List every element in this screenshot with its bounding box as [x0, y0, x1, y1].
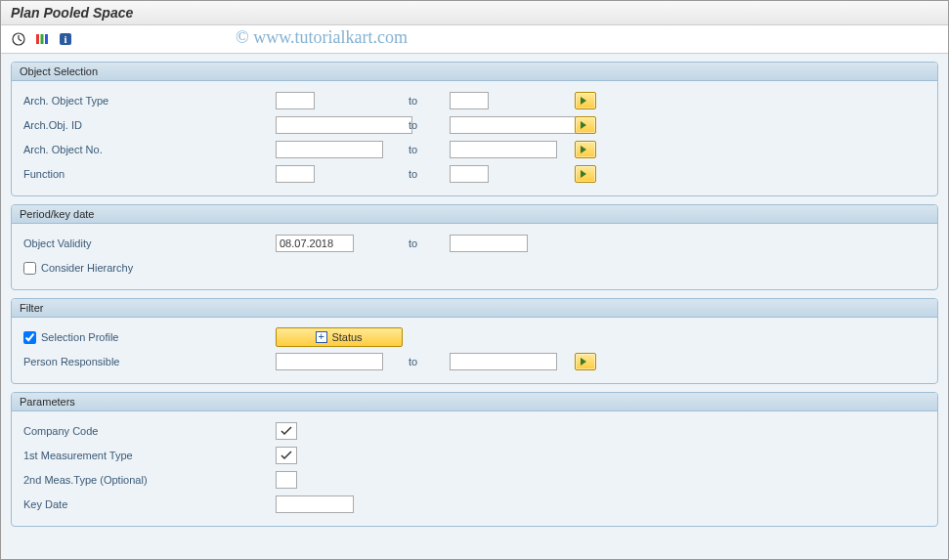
panel-header-period: Period/key date [12, 205, 937, 224]
panel-filter: Filter Selection Profile Status Person R… [11, 298, 938, 384]
row-selection-profile: Selection Profile Status [22, 326, 927, 348]
panel-period: Period/key date Object Validity to Consi… [11, 204, 938, 290]
function-to[interactable] [450, 165, 489, 183]
status-button-label: Status [331, 331, 362, 343]
row-person-responsible: Person Responsible to [22, 351, 927, 372]
execute-icon[interactable] [9, 29, 28, 49]
row-company-code: Company Code [22, 420, 927, 442]
label-key-date: Key Date [22, 498, 276, 510]
svg-text:i: i [64, 33, 66, 45]
row-first-meas-type: 1st Measurement Type [22, 445, 927, 466]
consider-hierarchy-checkbox[interactable] [23, 262, 36, 275]
to-label: to [391, 144, 450, 155]
label-arch-object-no: Arch. Object No. [22, 144, 276, 155]
variants-icon[interactable] [32, 29, 52, 49]
multi-select-arch-object-type[interactable] [575, 92, 596, 109]
selection-profile-text: Selection Profile [41, 331, 119, 343]
label-second-meas-type: 2nd Meas.Type (Optional) [22, 474, 276, 486]
label-selection-profile[interactable]: Selection Profile [22, 331, 276, 344]
selection-profile-checkbox[interactable] [23, 331, 36, 344]
label-arch-obj-id: Arch.Obj. ID [22, 119, 276, 131]
second-meas-type-field[interactable] [276, 471, 297, 489]
to-label: to [391, 237, 450, 249]
multi-select-arch-object-no[interactable] [575, 141, 596, 158]
multi-select-person-responsible[interactable] [575, 353, 596, 370]
expand-icon [316, 331, 327, 343]
row-second-meas-type: 2nd Meas.Type (Optional) [22, 469, 927, 491]
first-meas-type-checkfield[interactable] [276, 447, 297, 464]
row-arch-object-no: Arch. Object No. to [22, 139, 927, 160]
checkmark-icon [280, 450, 292, 461]
key-date-field[interactable] [276, 495, 354, 513]
multi-select-function[interactable] [575, 165, 596, 183]
content-area: Object Selection Arch. Object Type to Ar… [1, 54, 948, 560]
object-validity-to[interactable] [450, 235, 528, 252]
panel-object-selection: Object Selection Arch. Object Type to Ar… [11, 62, 938, 196]
to-label: to [391, 95, 450, 107]
arch-object-type-to[interactable] [450, 92, 489, 109]
row-function: Function to [22, 163, 927, 185]
multi-select-arch-obj-id[interactable] [575, 116, 596, 134]
to-label: to [391, 356, 450, 367]
consider-hierarchy-text: Consider Hierarchy [41, 262, 133, 274]
svg-line-2 [19, 39, 22, 41]
label-person-responsible: Person Responsible [22, 356, 276, 367]
arch-object-no-from[interactable] [276, 141, 383, 158]
row-consider-hierarchy: Consider Hierarchy [22, 257, 927, 279]
status-button[interactable]: Status [276, 327, 403, 347]
arch-object-type-from[interactable] [276, 92, 315, 109]
row-arch-obj-id: Arch.Obj. ID to [22, 114, 927, 136]
svg-rect-5 [45, 34, 48, 44]
page-title: Plan Pooled Space [1, 1, 948, 25]
company-code-checkfield[interactable] [276, 422, 297, 440]
svg-rect-4 [41, 34, 44, 44]
checkmark-icon [280, 425, 292, 437]
to-label: to [391, 168, 450, 180]
label-object-validity: Object Validity [22, 237, 276, 249]
panel-header-object-selection: Object Selection [12, 63, 937, 81]
row-key-date: Key Date [22, 494, 927, 515]
person-responsible-from[interactable] [276, 353, 383, 370]
watermark: © www.tutorialkart.com [236, 27, 408, 48]
info-icon[interactable]: i [56, 29, 75, 49]
panel-header-parameters: Parameters [12, 393, 937, 411]
row-object-validity: Object Validity to [22, 233, 927, 254]
row-arch-object-type: Arch. Object Type to [22, 90, 927, 111]
label-consider-hierarchy[interactable]: Consider Hierarchy [22, 262, 276, 275]
object-validity-from[interactable] [276, 235, 354, 252]
arch-object-no-to[interactable] [450, 141, 557, 158]
panel-parameters: Parameters Company Code 1st Measurement … [11, 392, 938, 527]
label-first-meas-type: 1st Measurement Type [22, 450, 276, 461]
person-responsible-to[interactable] [450, 353, 557, 370]
svg-rect-3 [36, 34, 39, 44]
to-label: to [391, 119, 450, 131]
label-function: Function [22, 168, 276, 180]
panel-header-filter: Filter [12, 299, 937, 318]
label-company-code: Company Code [22, 425, 276, 437]
label-arch-object-type: Arch. Object Type [22, 95, 276, 107]
application-toolbar: i © www.tutorialkart.com [1, 25, 948, 54]
function-from[interactable] [276, 165, 315, 183]
